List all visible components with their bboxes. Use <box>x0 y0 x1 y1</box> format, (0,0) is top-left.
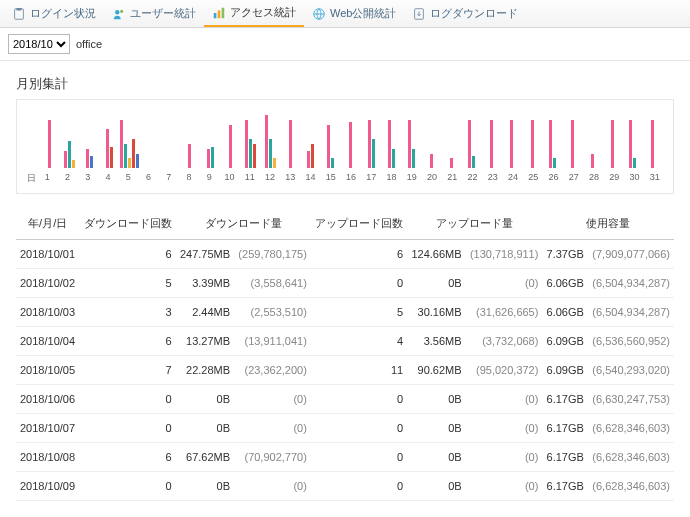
cell-date: 2018/10/03 <box>16 298 79 327</box>
col-header: 使用容量 <box>542 208 674 240</box>
cell-dl-bytes: (23,362,200) <box>234 356 311 385</box>
chart-day-col <box>301 110 321 168</box>
chart-day-col <box>140 110 160 168</box>
globe-icon <box>312 7 326 21</box>
table-row: 2018/10/016247.75MB(259,780,175)6124.66M… <box>16 240 674 269</box>
chart-x-label: 6 <box>138 172 158 185</box>
section-title: 月別集計 <box>0 61 690 99</box>
cell-ul-bytes: (0) <box>466 269 543 298</box>
chart-x-label: 11 <box>240 172 260 185</box>
cell-cap-bytes: (6,628,346,603) <box>588 443 674 472</box>
cell-dl-size: 0B <box>176 385 234 414</box>
table-row: 2018/10/0332.44MB(2,553,510)530.16MB(31,… <box>16 298 674 327</box>
cell-dl-count: 7 <box>79 356 175 385</box>
chart-x-label: 18 <box>381 172 401 185</box>
cell-dl-size: 247.75MB <box>176 240 234 269</box>
cell-ul-size: 30.16MB <box>407 298 465 327</box>
col-header: ダウンロード量 <box>176 208 311 240</box>
cell-cap: 6.17GB <box>542 472 587 501</box>
col-header: ダウンロード回数 <box>79 208 175 240</box>
cell-cap: 6.09GB <box>542 356 587 385</box>
cell-ul-bytes: (0) <box>466 414 543 443</box>
tab-web-publish-stats[interactable]: Web公開統計 <box>304 1 404 27</box>
chart-x-label: 5 <box>118 172 138 185</box>
cell-ul-count: 0 <box>311 385 407 414</box>
chart-day-col <box>220 110 240 168</box>
users-icon <box>112 7 126 21</box>
cell-ul-count: 0 <box>311 472 407 501</box>
cell-cap-bytes: (6,628,346,603) <box>588 472 674 501</box>
cell-ul-bytes: (0) <box>466 443 543 472</box>
cell-cap-bytes: (6,540,293,020) <box>588 356 674 385</box>
table-row: 2018/10/04613.27MB(13,911,041)43.56MB(3,… <box>16 327 674 356</box>
cell-ul-bytes: (0) <box>466 472 543 501</box>
table-row: 2018/10/0253.39MB(3,558,641)00B(0)6.06GB… <box>16 269 674 298</box>
chart-day-col <box>79 110 99 168</box>
cell-cap: 6.17GB <box>542 385 587 414</box>
cell-date: 2018/10/01 <box>16 240 79 269</box>
chart-day-col <box>502 110 522 168</box>
cell-ul-size: 3.56MB <box>407 327 465 356</box>
tab-log-download[interactable]: ログダウンロード <box>404 1 526 27</box>
cell-cap: 7.37GB <box>542 240 587 269</box>
cell-cap: 6.06GB <box>542 269 587 298</box>
chart-x-label: 21 <box>442 172 462 185</box>
cell-ul-size: 0B <box>407 385 465 414</box>
table-row: 2018/10/0900B(0)00B(0)6.17GB(6,628,346,6… <box>16 472 674 501</box>
month-select[interactable]: 2018/10 <box>8 34 70 54</box>
cell-cap-bytes: (7,909,077,066) <box>588 240 674 269</box>
data-table-wrap: 年/月/日ダウンロード回数ダウンロード量アップロード回数アップロード量使用容量 … <box>16 208 674 501</box>
chart-day-col <box>260 110 280 168</box>
cell-ul-count: 5 <box>311 298 407 327</box>
tab-login-status[interactable]: ログイン状況 <box>4 1 104 27</box>
cell-dl-bytes: (70,902,770) <box>234 443 311 472</box>
chart-day-col <box>522 110 542 168</box>
chart-day-col <box>462 110 482 168</box>
tab-label: ログイン状況 <box>30 6 96 21</box>
chart-day-col <box>321 110 341 168</box>
chart-day-col <box>200 110 220 168</box>
chart-day-col <box>39 110 59 168</box>
chart-day-col <box>421 110 441 168</box>
tab-user-stats[interactable]: ユーザー統計 <box>104 1 204 27</box>
chart-x-label: 10 <box>219 172 239 185</box>
chart-x-label: 24 <box>503 172 523 185</box>
chart-day-col <box>281 110 301 168</box>
chart-x-label: 4 <box>98 172 118 185</box>
cell-cap-bytes: (6,504,934,287) <box>588 298 674 327</box>
download-icon <box>412 7 426 21</box>
col-header: 年/月/日 <box>16 208 79 240</box>
chart-day-col <box>120 110 140 168</box>
chart-icon <box>212 6 226 20</box>
cell-dl-bytes: (259,780,175) <box>234 240 311 269</box>
cell-date: 2018/10/09 <box>16 472 79 501</box>
svg-point-2 <box>115 10 119 14</box>
svg-point-3 <box>120 9 123 12</box>
chart-x-label: 12 <box>260 172 280 185</box>
table-row: 2018/10/08667.62MB(70,902,770)00B(0)6.17… <box>16 443 674 472</box>
chart-x-label: 29 <box>604 172 624 185</box>
chart-day-col <box>442 110 462 168</box>
cell-date: 2018/10/05 <box>16 356 79 385</box>
tab-label: Web公開統計 <box>330 6 396 21</box>
filter-bar: 2018/10 office <box>0 28 690 61</box>
col-header: アップロード量 <box>407 208 542 240</box>
cell-dl-count: 6 <box>79 443 175 472</box>
chart-x-label: 1 <box>37 172 57 185</box>
cell-dl-size: 0B <box>176 472 234 501</box>
chart-day-col <box>240 110 260 168</box>
clipboard-icon <box>12 7 26 21</box>
cell-ul-size: 0B <box>407 443 465 472</box>
cell-cap: 6.09GB <box>542 327 587 356</box>
chart-x-label: 3 <box>78 172 98 185</box>
chart-day-col <box>180 110 200 168</box>
cell-dl-bytes: (0) <box>234 472 311 501</box>
cell-ul-bytes: (130,718,911) <box>466 240 543 269</box>
cell-cap: 6.17GB <box>542 414 587 443</box>
tab-access-stats[interactable]: アクセス統計 <box>204 1 304 27</box>
cell-ul-count: 4 <box>311 327 407 356</box>
tab-bar: ログイン状況 ユーザー統計 アクセス統計 Web公開統計 ログダウンロード <box>0 0 690 28</box>
chart-x-label: 8 <box>179 172 199 185</box>
chart-x-label: 20 <box>422 172 442 185</box>
chart-day-col <box>643 110 663 168</box>
